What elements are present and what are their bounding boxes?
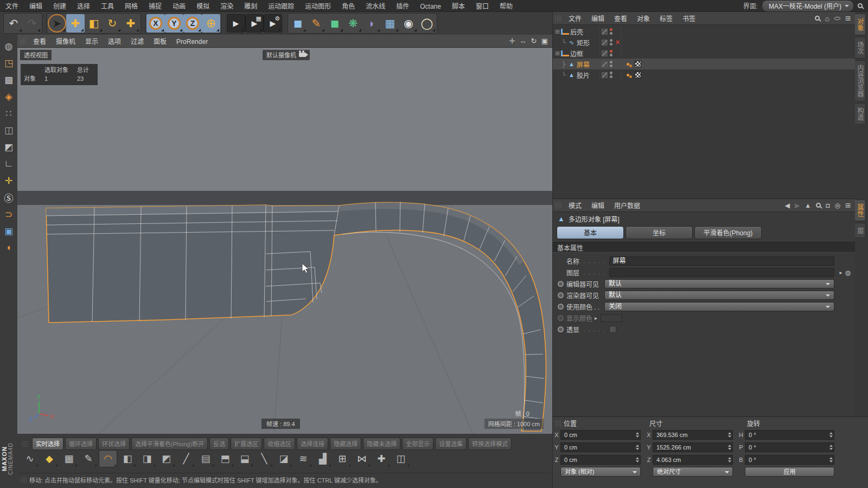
object-tree-row[interactable]: └ ∿ 矩形 × xyxy=(553,37,855,48)
bevel-tool-icon[interactable]: ◪ xyxy=(275,450,293,467)
menu-item[interactable]: 流水线 xyxy=(360,3,391,10)
attribute-menu-item[interactable]: 用户数据 xyxy=(609,202,645,210)
attribute-tab[interactable]: 平滑着色(Phong) xyxy=(694,226,762,239)
phong-tag-icon[interactable] xyxy=(627,63,629,66)
position-field[interactable]: 0 cm xyxy=(560,455,641,465)
subdivision-surface-icon[interactable]: ◼ xyxy=(326,14,344,33)
interface-layout-select[interactable]: MAX一枝花-Model (用户) xyxy=(762,0,854,12)
color-flyout-icon[interactable]: ▸ xyxy=(595,315,597,321)
disabled-x-icon[interactable]: × xyxy=(616,38,620,46)
search-icon[interactable] xyxy=(815,16,820,21)
selection-command-button[interactable]: 选择连接 xyxy=(297,438,328,450)
attribute-tab[interactable]: 坐标 xyxy=(626,226,693,239)
connect-icon[interactable]: ⋈ xyxy=(353,450,371,467)
attribute-tab[interactable]: 基本 xyxy=(557,226,624,239)
object-name[interactable]: 后壳 xyxy=(569,27,583,36)
rotate-tool-icon[interactable]: ↻ xyxy=(103,14,122,33)
object-name[interactable]: 胶片 xyxy=(576,70,590,80)
layer-toggle-icon[interactable] xyxy=(602,40,608,46)
axis-mode-icon[interactable]: ∟ xyxy=(2,157,16,171)
mesh-line-icon[interactable]: ∿ xyxy=(21,450,39,467)
lock-workplane-icon[interactable]: ▣ xyxy=(2,224,16,238)
coordinate-system-icon[interactable]: ⊕ xyxy=(202,14,220,33)
menu-item[interactable]: 插件 xyxy=(391,3,414,10)
selection-command-button[interactable]: 扩展选区 xyxy=(231,438,262,450)
panel-tab[interactable]: 构造 xyxy=(855,103,866,125)
object-manager-menu-item[interactable]: 书签 xyxy=(678,15,700,23)
menu-item[interactable]: 脚本 xyxy=(446,3,470,10)
selection-command-button[interactable]: 转换选择模式 xyxy=(468,438,512,450)
xray-checkbox[interactable] xyxy=(609,326,616,333)
camera-label[interactable]: 默认摄像机 xyxy=(263,50,310,60)
viewport-menu-item[interactable]: 查看 xyxy=(28,38,51,46)
viewport-menu-item[interactable]: ProRender xyxy=(171,38,213,46)
panel-tab[interactable]: 内容浏览器 xyxy=(855,60,866,101)
size-field[interactable]: 4.063 cm xyxy=(653,455,733,465)
panel-tab[interactable]: 属性 xyxy=(855,200,866,221)
visibility-dots[interactable] xyxy=(610,50,612,56)
enable-axis-icon[interactable]: ✛ xyxy=(2,174,16,188)
object-tree-row[interactable]: ⊞ 边框 xyxy=(553,48,855,59)
menu-item[interactable]: 编辑 xyxy=(24,3,48,10)
knife-line-icon[interactable]: ╱ xyxy=(177,450,195,467)
object-manager-menu-item[interactable]: 标签 xyxy=(655,15,678,23)
tree-expand-icon[interactable]: ⊞ xyxy=(554,28,561,35)
tree-expand-icon[interactable]: ├ xyxy=(560,61,567,67)
arc-tool-icon[interactable]: ◠ xyxy=(99,450,117,467)
filter-icon[interactable] xyxy=(834,17,840,20)
history-forward-icon[interactable]: ▶ xyxy=(795,202,800,209)
object-tree-row[interactable]: ⊞ 后壳 xyxy=(553,26,855,37)
object-name[interactable]: 屏幕 xyxy=(576,60,590,69)
object-name[interactable]: 矩形 xyxy=(576,38,590,47)
menu-item[interactable]: 雕刻 xyxy=(239,3,263,10)
pan-view-icon[interactable]: ✛ xyxy=(508,37,516,45)
object-manager-menu-item[interactable]: 编辑 xyxy=(586,15,609,23)
redo-icon[interactable]: ↷ xyxy=(23,14,41,33)
rotation-field[interactable]: 0 ° xyxy=(745,442,834,452)
selection-command-button[interactable]: 隐藏选择 xyxy=(330,438,361,450)
menu-item[interactable]: 窗口 xyxy=(470,3,494,10)
viewport-menu-item[interactable]: 摄像机 xyxy=(51,38,80,46)
uvw-tag-icon[interactable] xyxy=(635,61,641,67)
menu-item[interactable]: 文件 xyxy=(0,3,24,10)
smooth-cube-icon[interactable]: ◨ xyxy=(138,450,156,467)
attribute-menu-item[interactable]: 编辑 xyxy=(586,202,609,210)
snap-grid-icon[interactable]: ◫ xyxy=(392,450,410,467)
render-view-icon[interactable]: ▶ xyxy=(227,14,245,33)
parent-object-icon[interactable]: ▲ xyxy=(805,202,811,209)
quantize-snap-icon[interactable]: ◖ xyxy=(2,241,16,255)
object-tree-row[interactable]: ├ ▲ 屏幕 xyxy=(553,59,855,69)
visibility-dots[interactable] xyxy=(610,39,612,46)
viewport-menu-item[interactable]: 选项 xyxy=(103,38,126,46)
layer-flyout-icon[interactable]: ▸ xyxy=(839,269,842,275)
keyframe-circle-icon[interactable] xyxy=(558,326,564,332)
object-manager-menu-item[interactable]: 文件 xyxy=(564,15,586,23)
phong-tag-icon[interactable] xyxy=(627,74,629,76)
home-icon[interactable]: ⌂ xyxy=(825,14,829,23)
spline-pen-icon[interactable]: ✎ xyxy=(307,14,326,33)
selection-command-button[interactable]: 环状选择 xyxy=(98,438,130,450)
grip-icon[interactable] xyxy=(22,441,28,447)
undo-icon[interactable]: ↶ xyxy=(4,14,23,33)
primitive-cube-icon[interactable]: ◼ xyxy=(289,14,307,33)
render-settings-icon[interactable]: ▶⚙ xyxy=(264,14,282,33)
menu-item[interactable]: 动画 xyxy=(167,3,191,10)
rotation-field[interactable]: 0 ° xyxy=(745,455,834,465)
rotate-view-icon[interactable]: ↻ xyxy=(529,37,538,45)
object-manager-menu-item[interactable]: 查看 xyxy=(609,15,632,23)
tree-expand-icon[interactable]: └ xyxy=(560,72,567,78)
uvw-tag-icon[interactable] xyxy=(635,72,641,78)
attribute-menu-item[interactable]: 模式 xyxy=(564,202,586,210)
workplane-mode-icon[interactable]: ◈ xyxy=(2,89,16,104)
editor-visibility-select[interactable]: 默认 xyxy=(604,279,834,288)
renderer-visibility-select[interactable]: 默认 xyxy=(604,291,834,300)
layer-toggle-icon[interactable] xyxy=(602,50,608,56)
polygon-pen-icon[interactable]: ✎ xyxy=(79,450,98,467)
layer-input[interactable] xyxy=(609,268,834,277)
viewport-menu-item[interactable]: 过滤 xyxy=(126,38,149,46)
texture-mode-icon[interactable]: ▩ xyxy=(2,73,16,87)
grip-icon[interactable] xyxy=(555,15,561,22)
view-name-label[interactable]: 透视视图 xyxy=(20,50,52,60)
stairs-tool-icon[interactable]: ▟ xyxy=(314,450,332,467)
selection-command-button[interactable]: 实时选择 xyxy=(32,438,63,450)
